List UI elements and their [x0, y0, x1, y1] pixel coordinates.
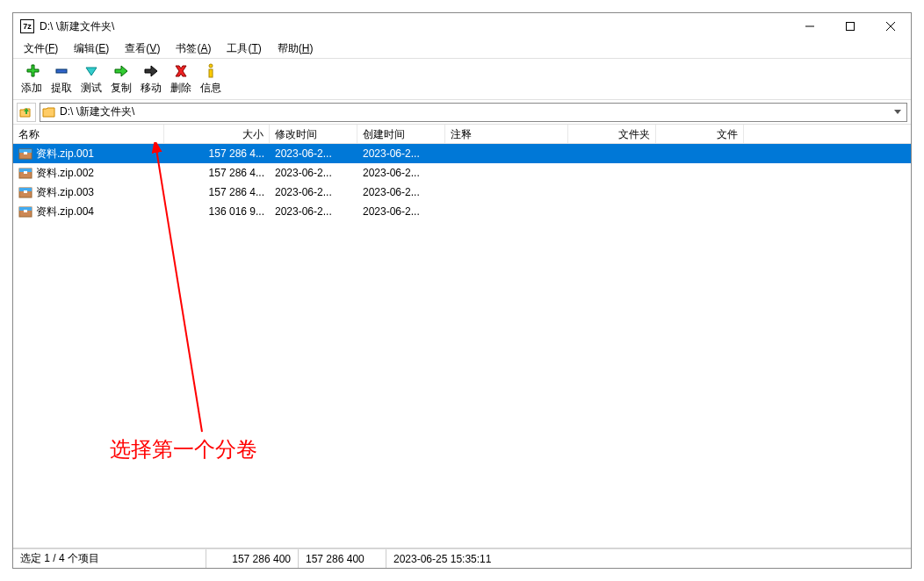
column-header-size[interactable]: 大小 [164, 125, 270, 143]
path-text: D:\ \新建文件夹\ [60, 104, 891, 119]
menu-help[interactable]: 帮助(H) [271, 39, 321, 58]
maximize-button[interactable] [830, 13, 870, 39]
archive-icon [18, 167, 32, 179]
titlebar: 7z D:\ \新建文件夹\ [13, 13, 911, 39]
file-size: 157 286 4... [164, 165, 270, 181]
info-icon [200, 62, 221, 80]
toolbar-copy-button[interactable]: 复制 [106, 61, 136, 97]
toolbar: 添加 提取 测试 复制 移动 删除 信息 [13, 59, 911, 100]
file-size: 157 286 4... [164, 184, 270, 200]
file-modified: 2023-06-2... [270, 204, 357, 219]
file-comment [445, 190, 568, 194]
file-modified: 2023-06-2... [270, 165, 357, 181]
file-modified: 2023-06-2... [270, 184, 357, 200]
file-modified: 2023-06-2... [270, 146, 357, 161]
archive-icon [18, 205, 32, 218]
path-input[interactable]: D:\ \新建文件夹\ [40, 103, 907, 122]
close-button[interactable] [870, 13, 911, 39]
column-header-created[interactable]: 创建时间 [357, 125, 445, 143]
file-list[interactable]: 资料.zip.001157 286 4...2023-06-2...2023-0… [13, 144, 911, 548]
statusbar: 选定 1 / 4 个项目 157 286 400 157 286 400 202… [13, 549, 911, 568]
file-created: 2023-06-2... [357, 204, 445, 219]
column-header-modified[interactable]: 修改时间 [270, 125, 357, 143]
menu-view[interactable]: 查看(V) [118, 39, 167, 58]
file-files [656, 210, 744, 213]
status-datetime: 2023-06-25 15:35:11 [386, 549, 498, 568]
svg-rect-4 [56, 69, 67, 73]
file-files [656, 190, 744, 194]
window-title: D:\ \新建文件夹\ [40, 19, 790, 34]
menu-edit[interactable]: 编辑(E) [67, 39, 116, 58]
file-created: 2023-06-2... [357, 146, 445, 161]
menubar: 文件(F) 编辑(E) 查看(V) 书签(A) 工具(T) 帮助(H) [13, 39, 911, 59]
toolbar-add-label: 添加 [21, 81, 42, 96]
toolbar-extract-label: 提取 [51, 81, 72, 96]
path-dropdown-button[interactable] [891, 104, 905, 121]
column-header-folders[interactable]: 文件夹 [568, 125, 656, 143]
svg-rect-15 [24, 190, 27, 193]
app-icon: 7z [20, 19, 34, 33]
file-name: 资料.zip.003 [36, 185, 94, 200]
svg-point-5 [209, 64, 213, 68]
file-size: 136 016 9... [164, 204, 270, 219]
folder-icon [42, 106, 56, 118]
menu-tools[interactable]: 工具(T) [220, 39, 268, 58]
window-controls [790, 13, 911, 39]
menu-file[interactable]: 文件(F) [17, 39, 65, 58]
file-folders [568, 152, 656, 155]
column-header-comment[interactable]: 注释 [445, 125, 568, 143]
file-comment [445, 210, 568, 213]
toolbar-move-button[interactable]: 移动 [136, 61, 166, 97]
status-size1: 157 286 400 [206, 549, 299, 568]
pathbar: D:\ \新建文件夹\ [13, 100, 911, 125]
plus-icon [21, 62, 42, 80]
chevron-down-icon [894, 110, 901, 114]
toolbar-test-button[interactable]: 测试 [76, 61, 106, 97]
toolbar-info-label: 信息 [200, 81, 221, 96]
toolbar-info-button[interactable]: 信息 [196, 61, 226, 97]
file-comment [445, 171, 568, 175]
right-arrow-icon [111, 62, 132, 80]
column-header-files[interactable]: 文件 [656, 125, 744, 143]
file-created: 2023-06-2... [357, 184, 445, 200]
file-files [656, 171, 744, 175]
file-folders [568, 171, 656, 175]
toolbar-move-label: 移动 [141, 81, 162, 96]
file-folders [568, 210, 656, 213]
column-header-name[interactable]: 名称 [13, 125, 164, 143]
toolbar-add-button[interactable]: 添加 [17, 61, 47, 97]
archive-icon [18, 186, 32, 198]
status-size2: 157 286 400 [299, 549, 386, 568]
svg-rect-12 [24, 171, 27, 174]
up-folder-icon [19, 106, 33, 118]
file-folders [568, 190, 656, 194]
toolbar-extract-button[interactable]: 提取 [47, 61, 76, 97]
toolbar-test-label: 测试 [81, 81, 102, 96]
file-row[interactable]: 资料.zip.004136 016 9...2023-06-2...2023-0… [13, 202, 911, 221]
toolbar-delete-button[interactable]: 删除 [166, 61, 196, 97]
x-icon [170, 62, 191, 80]
minus-icon [51, 62, 72, 80]
file-row[interactable]: 资料.zip.003157 286 4...2023-06-2...2023-0… [13, 183, 911, 202]
svg-rect-1 [847, 23, 855, 31]
file-files [656, 152, 744, 155]
up-button[interactable] [17, 103, 36, 122]
file-name: 资料.zip.002 [36, 166, 94, 181]
right-arrow-dark-icon [141, 62, 162, 80]
svg-rect-18 [24, 210, 27, 212]
file-area: 名称 大小 修改时间 创建时间 注释 文件夹 文件 资料.zip.001157 … [13, 125, 911, 549]
file-name: 资料.zip.001 [36, 147, 94, 161]
file-created: 2023-06-2... [357, 165, 445, 181]
menu-bookmarks[interactable]: 书签(A) [169, 39, 218, 58]
file-size: 157 286 4... [164, 146, 270, 161]
file-row[interactable]: 资料.zip.002157 286 4...2023-06-2...2023-0… [13, 163, 911, 183]
file-row[interactable]: 资料.zip.001157 286 4...2023-06-2...2023-0… [13, 144, 911, 163]
annotation-text: 选择第一个分卷 [110, 435, 257, 463]
toolbar-copy-label: 复制 [111, 81, 132, 96]
down-arrow-icon [81, 62, 102, 80]
minimize-button[interactable] [790, 13, 830, 39]
svg-rect-6 [209, 69, 213, 77]
file-comment [445, 152, 568, 155]
svg-rect-9 [24, 152, 27, 154]
status-selection: 选定 1 / 4 个项目 [13, 549, 206, 568]
